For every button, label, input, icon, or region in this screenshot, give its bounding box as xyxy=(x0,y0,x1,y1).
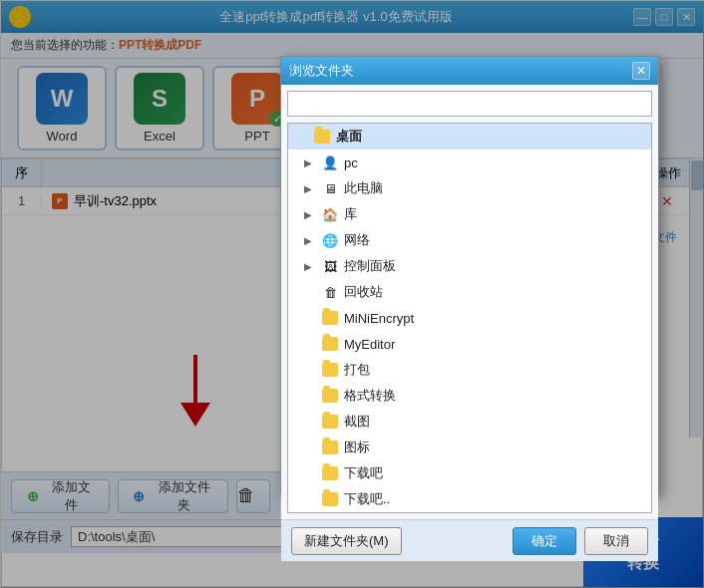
folder-label-computer: 此电脑 xyxy=(344,179,383,197)
control-panel-icon: 🖼 xyxy=(322,258,338,274)
folder-label-format: 格式转换 xyxy=(344,387,396,405)
person-icon: 👤 xyxy=(322,154,338,170)
folder-label-dl2: 下载吧.. xyxy=(344,490,390,508)
dialog-content: 桌面 ▶ 👤 pc ▶ 🖥 此电脑 ▶ 🏠 库 xyxy=(281,85,658,519)
folder-label-library: 库 xyxy=(344,205,357,223)
dialog-title: 浏览文件夹 xyxy=(289,62,354,80)
folder-arrow-pc: ▶ xyxy=(304,157,316,168)
folder-arrow-control: ▶ xyxy=(304,261,316,272)
folder-item-library[interactable]: ▶ 🏠 库 xyxy=(288,201,651,227)
new-folder-button[interactable]: 新建文件夹(M) xyxy=(291,527,402,555)
main-window: ⚡ 全速ppt转换成pdf转换器 v1.0免费试用版 — □ ✕ 您当前选择的功… xyxy=(0,0,704,588)
folder-label-desktop: 桌面 xyxy=(336,128,362,146)
folder-item-miniencrypt[interactable]: MiNiEncrypt xyxy=(288,305,651,331)
folder-item-icons[interactable]: 图标 xyxy=(288,435,651,460)
folder-icon-miniencrypt xyxy=(322,311,338,325)
folder-label-icons: 图标 xyxy=(344,439,370,456)
folder-icon-dl2 xyxy=(322,492,338,506)
folder-icon-format xyxy=(322,389,338,403)
network-icon: 🌐 xyxy=(322,232,338,248)
folder-icon-pack xyxy=(322,363,338,377)
folder-item-format[interactable]: 格式转换 xyxy=(288,383,651,409)
folder-icon-desktop xyxy=(314,130,330,144)
folder-label-pack: 打包 xyxy=(344,361,370,379)
dialog-close-button[interactable]: ✕ xyxy=(632,62,650,80)
folder-label-pc: pc xyxy=(344,155,358,170)
folder-item-download2[interactable]: 下载吧.. xyxy=(288,486,651,512)
folder-item-recycle[interactable]: 🗑 回收站 xyxy=(288,279,651,305)
recycle-icon: 🗑 xyxy=(322,284,338,300)
computer-icon: 🖥 xyxy=(322,180,338,196)
folder-arrow-computer: ▶ xyxy=(304,183,316,194)
folder-icon-icons xyxy=(322,441,338,454)
folder-label-network: 网络 xyxy=(344,231,370,249)
folder-label-miniencrypt: MiNiEncrypt xyxy=(344,311,414,326)
folder-item-network[interactable]: ▶ 🌐 网络 xyxy=(288,227,651,253)
folder-item-desktop[interactable]: 桌面 xyxy=(288,124,651,149)
folder-arrow-library: ▶ xyxy=(304,209,316,220)
folder-label-control: 控制面板 xyxy=(344,257,396,275)
dialog-title-bar: 浏览文件夹 ✕ xyxy=(281,57,658,85)
dialog-confirm-button[interactable]: 确定 xyxy=(513,527,576,555)
dialog-cancel-button[interactable]: 取消 xyxy=(584,527,648,555)
folder-item-computer[interactable]: ▶ 🖥 此电脑 xyxy=(288,175,651,201)
folder-icon-screenshot xyxy=(322,415,338,429)
folder-label-screenshot: 截图 xyxy=(344,413,370,431)
dialog-bottom: 新建文件夹(M) 确定 取消 xyxy=(281,519,658,561)
folder-item-pack[interactable]: 打包 xyxy=(288,357,651,383)
browse-dialog: 浏览文件夹 ✕ 桌面 ▶ 👤 pc xyxy=(280,56,659,494)
folder-label-recycle: 回收站 xyxy=(344,283,383,301)
folder-item-pc[interactable]: ▶ 👤 pc xyxy=(288,149,651,175)
dialog-confirm-area: 确定 取消 xyxy=(513,527,648,555)
library-icon: 🏠 xyxy=(322,206,338,222)
folder-label-myeditor: MyEditor xyxy=(344,337,395,352)
folder-arrow-network: ▶ xyxy=(304,235,316,246)
folder-path-bar xyxy=(287,91,652,117)
folder-label-dl1: 下载吧 xyxy=(344,464,383,482)
folder-item-screenshot[interactable]: 截图 xyxy=(288,409,651,435)
folder-list[interactable]: 桌面 ▶ 👤 pc ▶ 🖥 此电脑 ▶ 🏠 库 xyxy=(287,123,652,513)
folder-icon-dl1 xyxy=(322,466,338,480)
folder-item-myeditor[interactable]: MyEditor xyxy=(288,331,651,357)
folder-item-control-panel[interactable]: ▶ 🖼 控制面板 xyxy=(288,253,651,279)
folder-item-download1[interactable]: 下载吧 xyxy=(288,460,651,486)
folder-icon-myeditor xyxy=(322,337,338,351)
